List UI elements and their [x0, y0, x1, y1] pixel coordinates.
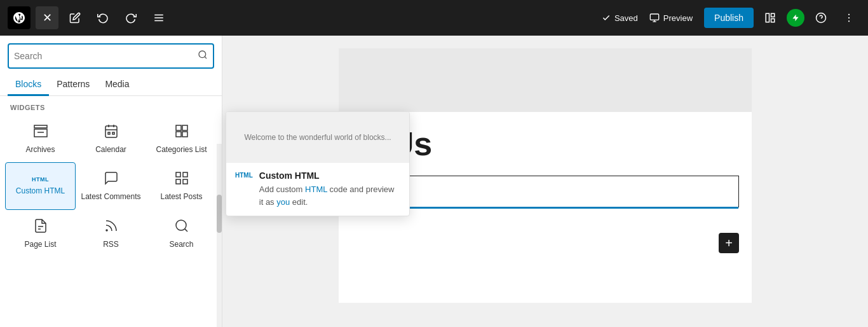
svg-point-35 [106, 230, 107, 231]
block-item-latest-comments[interactable]: Latest Comments [76, 162, 146, 209]
page-list-label: Page List [24, 240, 56, 249]
svg-rect-30 [183, 172, 187, 177]
search-input-wrap [8, 43, 214, 69]
block-item-rss[interactable]: RSS [76, 210, 146, 257]
svg-rect-29 [176, 172, 180, 177]
svg-rect-28 [182, 132, 187, 137]
layout-button[interactable] [759, 6, 782, 29]
latest-comments-label: Latest Comments [81, 192, 140, 201]
more-options-button[interactable] [837, 6, 860, 29]
block-tooltip-popup: Welcome to the wonderful world of blocks… [226, 111, 410, 216]
input-blue-line [352, 207, 738, 209]
svg-point-13 [848, 20, 850, 22]
svg-rect-26 [182, 125, 187, 130]
block-item-latest-posts[interactable]: Latest Posts [146, 162, 217, 209]
undo-button[interactable] [92, 6, 114, 29]
search-icon [198, 50, 208, 62]
calendar-label: Calendar [95, 145, 126, 154]
svg-rect-3 [650, 14, 658, 20]
custom-html-label: Custom HTML [16, 186, 65, 195]
svg-point-36 [176, 220, 186, 230]
help-button[interactable] [810, 6, 832, 29]
svg-rect-23 [108, 132, 110, 134]
redo-button[interactable] [119, 6, 142, 29]
tab-media[interactable]: Media [97, 74, 137, 96]
search-bar [0, 36, 222, 69]
blocks-grid: Archives Calendar Categories List HTML C… [0, 115, 222, 257]
scrollbar-track[interactable] [217, 144, 222, 327]
saved-indicator: Saved [602, 13, 638, 23]
block-item-archives[interactable]: Archives [5, 115, 76, 162]
edit-button[interactable] [64, 6, 86, 29]
tooltip-body: HTML Custom HTML Add custom HTML code an… [226, 163, 409, 216]
archives-icon [33, 123, 48, 141]
highlight-you: you [276, 197, 290, 207]
topbar: ✕ Saved Preview Publish [0, 0, 868, 36]
svg-rect-6 [766, 13, 769, 22]
latest-comments-icon [104, 170, 119, 188]
block-item-categories-list[interactable]: Categories List [146, 115, 217, 162]
svg-rect-8 [771, 19, 775, 22]
sidebar: Blocks Patterns Media WIDGETS Archives [0, 36, 222, 327]
svg-rect-16 [34, 125, 47, 128]
tooltip-html-badge: HTML [235, 172, 253, 208]
tabs: Blocks Patterns Media [0, 69, 222, 96]
svg-rect-32 [176, 179, 180, 184]
publish-button[interactable]: Publish [704, 8, 754, 28]
svg-rect-27 [176, 132, 181, 137]
user-avatar[interactable] [787, 9, 804, 27]
search-block-icon [174, 218, 189, 236]
close-button[interactable]: ✕ [36, 6, 58, 29]
highlight-html: HTML [305, 184, 327, 194]
categories-icon [174, 123, 189, 141]
svg-line-37 [184, 228, 187, 231]
block-item-search[interactable]: Search [146, 210, 217, 257]
categories-label: Categories List [156, 145, 207, 154]
tab-blocks[interactable]: Blocks [8, 74, 49, 96]
svg-rect-25 [176, 125, 181, 130]
main-layout: Blocks Patterns Media WIDGETS Archives [0, 36, 868, 327]
preview-button[interactable]: Preview [643, 9, 699, 27]
tab-patterns[interactable]: Patterns [49, 74, 97, 96]
page-list-icon [33, 218, 48, 236]
latest-posts-icon [174, 170, 189, 188]
content-area: Welcome to the wonderful world of blocks… [222, 36, 868, 327]
svg-point-12 [848, 17, 850, 18]
svg-rect-31 [183, 179, 187, 184]
page-header-image [339, 48, 752, 112]
svg-rect-24 [112, 132, 114, 134]
rss-label: RSS [103, 240, 119, 249]
svg-line-15 [205, 57, 207, 59]
scrollbar-thumb[interactable] [217, 195, 222, 233]
list-view-button[interactable] [147, 6, 170, 29]
block-item-calendar[interactable]: Calendar [76, 115, 146, 162]
wp-logo[interactable] [8, 6, 31, 29]
custom-html-icon: HTML [32, 177, 49, 183]
block-item-page-list[interactable]: Page List [5, 210, 76, 257]
block-item-custom-html[interactable]: HTML Custom HTML [5, 162, 76, 209]
svg-point-14 [199, 51, 206, 58]
widgets-section-label: WIDGETS [0, 96, 222, 115]
svg-point-11 [848, 14, 850, 15]
svg-rect-17 [34, 129, 47, 137]
latest-posts-label: Latest Posts [160, 192, 202, 201]
archives-label: Archives [25, 145, 55, 154]
search-block-label: Search [169, 240, 193, 249]
tooltip-desc: Add custom HTML code and preview it as y… [259, 183, 400, 208]
svg-rect-19 [105, 126, 117, 137]
add-block-button[interactable]: + [719, 233, 739, 253]
rss-icon [104, 218, 119, 236]
tooltip-preview: Welcome to the wonderful world of blocks… [226, 112, 409, 163]
tooltip-info: Custom HTML Add custom HTML code and pre… [259, 170, 400, 208]
svg-rect-7 [771, 13, 775, 17]
tooltip-title: Custom HTML [259, 170, 400, 181]
search-input[interactable] [14, 51, 198, 61]
tooltip-welcome-text: Welcome to the wonderful world of blocks… [244, 133, 391, 142]
calendar-icon [104, 123, 119, 141]
